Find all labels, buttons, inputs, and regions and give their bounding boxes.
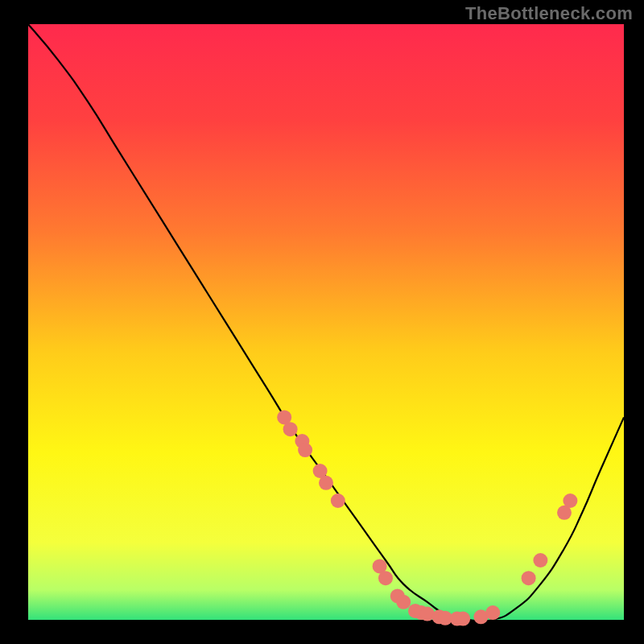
chart-stage: TheBottleneck.com bbox=[0, 0, 644, 644]
curve-marker-dot bbox=[485, 605, 500, 620]
curve-marker-dot bbox=[378, 571, 393, 585]
curve-marker-dot bbox=[563, 493, 577, 508]
plot-background bbox=[28, 24, 624, 620]
curve-marker-dot bbox=[319, 476, 333, 490]
curve-marker-dot bbox=[522, 571, 536, 585]
bottleneck-chart bbox=[0, 0, 644, 644]
curve-marker-dot bbox=[396, 595, 411, 609]
curve-marker-dot bbox=[331, 493, 345, 508]
watermark-text: TheBottleneck.com bbox=[465, 3, 633, 24]
curve-marker-dot bbox=[298, 443, 312, 457]
curve-marker-dot bbox=[533, 553, 547, 568]
curve-marker-dot bbox=[456, 612, 470, 626]
curve-marker-dot bbox=[283, 422, 298, 436]
